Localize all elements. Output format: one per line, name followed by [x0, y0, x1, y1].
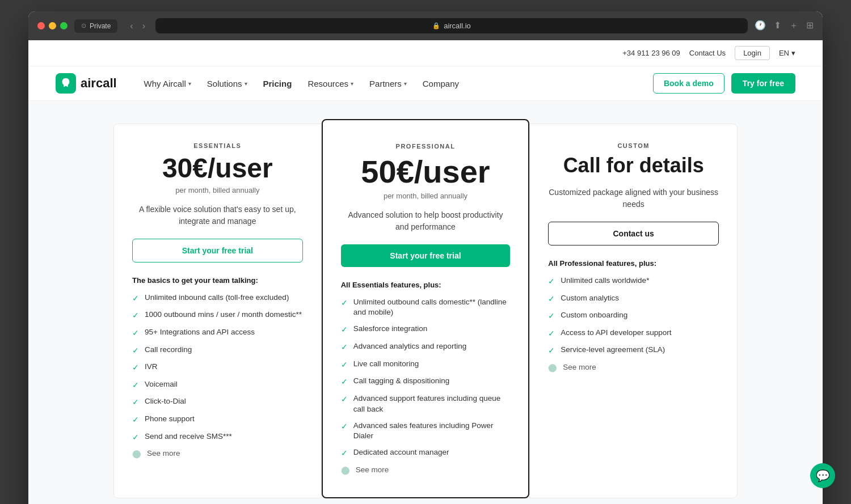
see-more-icon: ⬤ [548, 363, 557, 372]
list-item: ✓ Call recording [132, 345, 303, 357]
address-bar[interactable]: 🔒 aircall.io [155, 18, 748, 33]
list-item: ✓ Service-level agreement (SLA) [548, 345, 719, 357]
book-demo-button[interactable]: Book a demo [653, 73, 724, 94]
professional-description: Advanced solution to help boost producti… [341, 209, 511, 233]
list-item: ✓ Send and receive SMS*** [132, 431, 303, 443]
lang-label: EN [779, 49, 789, 57]
login-button[interactable]: Login [735, 46, 770, 60]
logo-text: aircall [81, 76, 117, 91]
chevron-icon: ▾ [404, 81, 407, 87]
chat-widget[interactable]: 💬 [810, 463, 835, 488]
list-item: ✓ Voicemail [132, 379, 303, 391]
custom-features-header: All Professional features, plus: [548, 259, 719, 268]
pricing-grid: ESSENTIALS 30€/user per month, billed an… [113, 124, 738, 498]
custom-cta-button[interactable]: Contact us [548, 222, 719, 245]
contact-us-link[interactable]: Contact Us [689, 49, 726, 57]
list-item: ✓ Phone support [132, 414, 303, 426]
check-icon: ✓ [132, 414, 139, 426]
list-item: ✓ Unlimited inbound calls (toll-free exc… [132, 293, 303, 304]
essentials-feature-list: ✓ Unlimited inbound calls (toll-free exc… [132, 293, 303, 443]
logo[interactable]: aircall [56, 73, 117, 94]
list-item: ✓ Live call monitoring [341, 359, 511, 371]
professional-card: PROFESSIONAL 50€/user per month, billed … [322, 119, 530, 498]
share-icon[interactable]: ⬆ [774, 20, 781, 32]
check-icon: ✓ [341, 448, 348, 459]
check-icon: ✓ [132, 293, 139, 304]
tab-label: Private [90, 22, 111, 30]
chevron-icon: ▾ [351, 81, 353, 87]
check-icon: ✓ [341, 359, 348, 371]
browser-tab[interactable]: ⊙ Private [74, 19, 117, 33]
minimize-button[interactable] [49, 22, 56, 29]
nav-pricing[interactable]: Pricing [263, 79, 292, 88]
essentials-description: A flexible voice solution that's easy to… [132, 204, 303, 227]
list-item: ✓ Custom onboarding [548, 310, 719, 322]
list-item: ✓ Custom analytics [548, 293, 719, 305]
check-icon: ✓ [548, 328, 555, 340]
nav-partners[interactable]: Partners ▾ [369, 79, 407, 88]
professional-see-more[interactable]: ⬤ See more [341, 465, 511, 475]
check-icon: ✓ [548, 311, 555, 322]
nav-why-aircall[interactable]: Why Aircall ▾ [144, 79, 191, 88]
see-more-icon: ⬤ [341, 465, 350, 475]
list-item: ✓ Unlimited outbound calls domestic** (l… [341, 297, 511, 319]
nav-links: Why Aircall ▾ Solutions ▾ Pricing Resour… [144, 79, 635, 88]
essentials-label: ESSENTIALS [132, 142, 303, 149]
top-bar: +34 911 23 96 09 Contact Us Login EN ▾ [28, 40, 823, 66]
check-icon: ✓ [341, 298, 348, 309]
check-icon: ✓ [132, 380, 139, 391]
essentials-cta-button[interactable]: Start your free trial [132, 239, 303, 262]
see-more-icon: ⬤ [132, 449, 141, 458]
check-icon: ✓ [341, 394, 348, 405]
list-item: ✓ Call tagging & dispositioning [341, 376, 511, 388]
check-icon: ✓ [548, 276, 555, 287]
list-item: ✓ Access to API developer support [548, 328, 719, 340]
check-icon: ✓ [548, 294, 555, 305]
grid-icon[interactable]: ⊞ [806, 20, 814, 32]
lock-icon: 🔒 [432, 22, 440, 29]
list-item: ✓ IVR [132, 362, 303, 374]
close-button[interactable] [37, 22, 45, 29]
logo-icon [56, 73, 76, 94]
traffic-lights [37, 22, 68, 29]
forward-button[interactable]: › [139, 20, 149, 32]
maximize-button[interactable] [60, 22, 68, 29]
chat-icon: 💬 [816, 469, 830, 482]
custom-price: Call for details [548, 154, 719, 177]
professional-price: 50€/user [341, 154, 511, 189]
professional-label: PROFESSIONAL [341, 143, 511, 150]
pricing-section: ESSENTIALS 30€/user per month, billed an… [28, 101, 823, 504]
nav-actions: Book a demo Try for free [653, 73, 795, 94]
browser-window: ⊙ Private ‹ › 🔒 aircall.io 🕐 ⬆ ＋ ⊞ +34 9… [28, 11, 823, 504]
back-button[interactable]: ‹ [127, 20, 136, 32]
check-icon: ✓ [341, 421, 348, 433]
custom-description: Customized package aligned with your bus… [548, 187, 719, 210]
new-tab-icon[interactable]: ＋ [789, 20, 798, 32]
essentials-features-header: The basics to get your team talking: [132, 276, 303, 285]
check-icon: ✓ [341, 376, 348, 388]
essentials-billing: per month, billed annually [132, 186, 303, 194]
list-item: ✓ Advanced analytics and reporting [341, 341, 511, 353]
essentials-see-more[interactable]: ⬤ See more [132, 448, 303, 458]
check-icon: ✓ [132, 328, 139, 339]
nav-resources[interactable]: Resources ▾ [307, 79, 353, 88]
list-item: ✓ Click-to-Dial [132, 396, 303, 408]
professional-billing: per month, billed annually [341, 192, 511, 200]
main-nav: aircall Why Aircall ▾ Solutions ▾ Pricin… [28, 66, 823, 101]
professional-cta-button[interactable]: Start your free trial [341, 244, 511, 267]
professional-feature-list: ✓ Unlimited outbound calls domestic** (l… [341, 297, 511, 459]
tab-icon: ⊙ [81, 22, 86, 29]
check-icon: ✓ [341, 324, 348, 336]
language-selector[interactable]: EN ▾ [779, 49, 795, 57]
check-icon: ✓ [548, 345, 555, 357]
nav-solutions[interactable]: Solutions ▾ [207, 79, 247, 88]
clock-icon[interactable]: 🕐 [755, 20, 766, 32]
try-free-button[interactable]: Try for free [731, 73, 795, 94]
check-icon: ✓ [132, 345, 139, 357]
aircall-logo-svg [60, 77, 72, 90]
website: +34 911 23 96 09 Contact Us Login EN ▾ a… [28, 40, 823, 504]
custom-see-more[interactable]: ⬤ See more [548, 362, 719, 372]
nav-company[interactable]: Company [423, 79, 459, 88]
browser-chrome: ⊙ Private ‹ › 🔒 aircall.io 🕐 ⬆ ＋ ⊞ [28, 11, 823, 40]
chevron-icon: ▾ [188, 81, 191, 87]
